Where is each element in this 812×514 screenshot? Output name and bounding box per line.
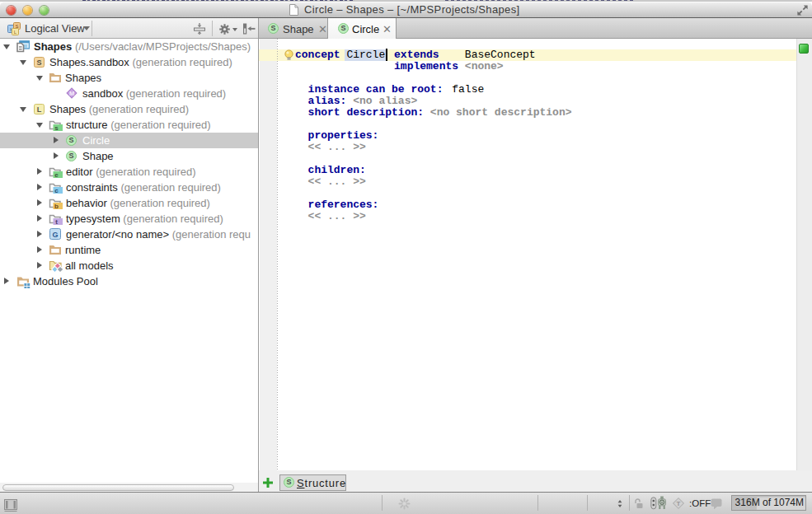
svg-text:T: T [677,500,681,507]
svg-text:S: S [36,58,41,67]
svg-text:M: M [69,90,74,97]
svg-text:c: c [54,187,59,194]
svg-text:b: b [54,203,59,210]
svg-text:t: t [55,218,58,226]
svg-text:G: G [52,231,58,239]
svg-text:s: s [54,124,59,132]
svg-text:e: e [54,171,59,179]
svg-text:L: L [37,105,42,114]
